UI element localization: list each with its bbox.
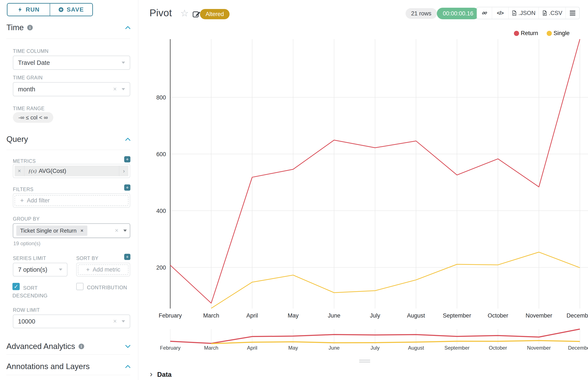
- chevron-down-icon: [122, 88, 125, 90]
- add-filter-dropzone[interactable]: + Add filter: [15, 195, 128, 206]
- chart-menu-button[interactable]: [566, 7, 579, 19]
- group-by-label: GROUP BY: [13, 216, 40, 222]
- x-axis-label: November: [526, 312, 552, 319]
- add-sort-metric-dropzone[interactable]: + Add metric: [78, 265, 128, 275]
- time-range-pill[interactable]: -∞ ≤ col < ∞: [13, 112, 53, 123]
- clear-icon[interactable]: ✕: [115, 228, 119, 233]
- section-title: Time: [6, 23, 24, 32]
- mini-x-axis-label: May: [288, 345, 298, 351]
- save-button[interactable]: SAVE: [50, 4, 92, 16]
- run-label: RUN: [26, 6, 40, 13]
- divider: [6, 375, 130, 375]
- edit-title-icon[interactable]: [192, 10, 201, 19]
- row-limit-value: 10000: [18, 318, 35, 325]
- chevron-up-icon[interactable]: [125, 365, 131, 368]
- add-filter-button[interactable]: +: [124, 184, 130, 191]
- sort-descending-label: SORT DESCENDING: [12, 284, 51, 300]
- x-axis-label: July: [370, 312, 380, 319]
- filters-box: + Add filter: [13, 193, 130, 208]
- altered-badge[interactable]: Altered: [200, 9, 230, 19]
- mini-x-axis-label: March: [204, 345, 218, 351]
- section-header-advanced-analytics: Advanced Analytics i: [6, 342, 131, 351]
- embed-code-button[interactable]: </>: [492, 7, 508, 19]
- lightning-icon: [18, 7, 23, 12]
- main-chart[interactable]: 200400600800FebruaryFebruaryMarchMarchAp…: [141, 21, 588, 355]
- time-column-label: TIME COLUMN: [13, 48, 49, 54]
- chevron-right-icon[interactable]: ›: [119, 166, 128, 176]
- clear-icon[interactable]: ✕: [113, 86, 117, 92]
- run-button[interactable]: RUN: [7, 4, 50, 16]
- row-limit-label: ROW LIMIT: [13, 307, 40, 313]
- panel-resize-handle[interactable]: [359, 360, 370, 363]
- time-column-select[interactable]: Travel Date: [13, 56, 130, 70]
- y-axis-tick-label: 600: [156, 151, 166, 157]
- export-csv-button[interactable]: .CSV: [539, 7, 566, 19]
- x-axis-label: April: [246, 312, 258, 319]
- chevron-down-icon: [122, 320, 125, 323]
- filters-label: FILTERS: [13, 187, 33, 192]
- save-label: SAVE: [67, 6, 84, 13]
- time-grain-select[interactable]: month ✕: [13, 82, 130, 96]
- add-metric-button[interactable]: +: [124, 156, 130, 162]
- x-axis-label: March: [203, 312, 219, 319]
- metric-pill[interactable]: ✕ ƒ(x) AVG(Cost) ›: [15, 166, 128, 176]
- clear-icon[interactable]: ✕: [113, 319, 117, 324]
- info-icon: i: [79, 344, 84, 349]
- remove-chip-icon[interactable]: ✕: [80, 228, 83, 233]
- group-by-select[interactable]: Ticket Single or Return ✕ ✕: [13, 223, 130, 238]
- chevron-down-icon: [122, 62, 125, 64]
- panel-divider[interactable]: [138, 0, 138, 380]
- row-count-badge: 21 rows: [406, 8, 437, 19]
- group-by-chip[interactable]: Ticket Single or Return ✕: [16, 226, 87, 236]
- contribution-label: CONTRIBUTION: [87, 285, 127, 291]
- section-title: Annotations and Layers: [6, 362, 90, 371]
- mini-series-line-Single: [211, 341, 580, 344]
- x-axis-label: June: [328, 312, 341, 319]
- chevron-down-icon[interactable]: [125, 344, 131, 348]
- add-sort-metric-button[interactable]: +: [124, 254, 130, 260]
- group-by-value: Ticket Single or Return: [20, 228, 77, 234]
- section-header-query: Query: [6, 135, 131, 144]
- data-panel-header[interactable]: › Data: [150, 371, 172, 379]
- x-axis-label: August: [407, 312, 425, 319]
- plus-icon: +: [20, 197, 24, 204]
- chevron-down-icon: [123, 229, 127, 232]
- remove-metric-icon[interactable]: ✕: [15, 166, 24, 176]
- row-limit-select[interactable]: 10000 ✕: [13, 315, 130, 328]
- chevron-up-icon[interactable]: [125, 137, 131, 141]
- copy-link-button[interactable]: [477, 7, 492, 19]
- metrics-label: METRICS: [13, 158, 36, 164]
- favorite-star-icon[interactable]: ☆: [180, 8, 189, 19]
- mini-x-axis-label: October: [489, 345, 507, 351]
- data-panel-title: Data: [157, 371, 172, 379]
- export-json-button[interactable]: .JSON: [508, 7, 539, 19]
- time-range-label: TIME RANGE: [13, 106, 44, 112]
- contribution-checkbox[interactable]: [76, 283, 83, 290]
- chevron-up-icon[interactable]: [125, 26, 131, 30]
- info-icon: i: [27, 25, 33, 30]
- link-icon: [482, 10, 487, 16]
- plus-circle-icon: [59, 7, 64, 12]
- y-axis-tick-label: 400: [156, 208, 166, 214]
- plus-icon: +: [86, 266, 89, 273]
- file-csv-icon: [542, 10, 547, 16]
- divider: [6, 150, 130, 150]
- mini-x-axis-label: July: [370, 345, 380, 351]
- sort-by-box: + Add metric: [76, 263, 130, 276]
- series-limit-select[interactable]: 7 option(s): [13, 263, 67, 276]
- chevron-down-icon: [59, 268, 62, 271]
- row-count-label: 21 rows: [411, 10, 431, 17]
- series-limit-label: SERIES LIMIT: [13, 255, 46, 261]
- export-json-label: .JSON: [518, 10, 536, 17]
- formula-icon: ƒ(x): [28, 168, 37, 174]
- altered-badge-label: Altered: [205, 11, 224, 18]
- series-line-Single[interactable]: [211, 252, 580, 308]
- query-timer-label: 00:00:00.16: [443, 10, 473, 17]
- metrics-box: ✕ ƒ(x) AVG(Cost) ›: [13, 164, 130, 178]
- add-filter-placeholder: Add filter: [27, 197, 50, 204]
- chevron-right-icon: ›: [150, 370, 152, 378]
- time-range-value: -∞ ≤ col < ∞: [19, 114, 48, 121]
- sort-by-placeholder: Add metric: [93, 266, 120, 273]
- divider: [6, 38, 130, 39]
- mini-x-axis-label: February: [160, 345, 181, 351]
